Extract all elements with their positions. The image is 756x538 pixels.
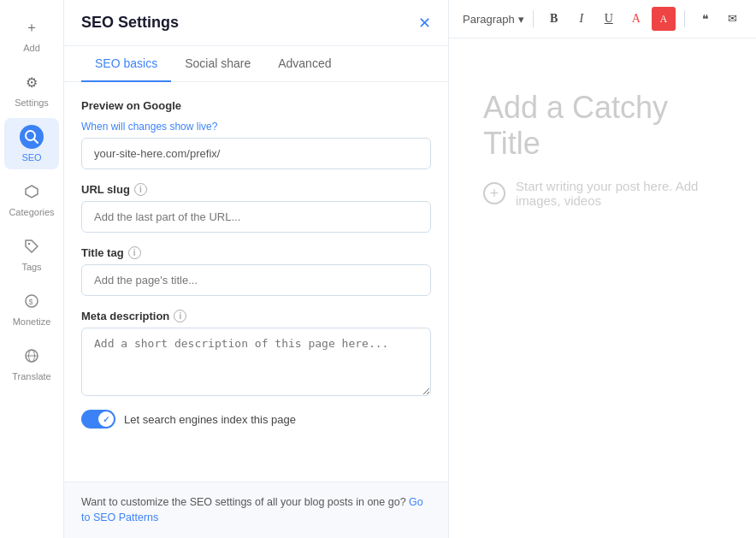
svg-line-1 xyxy=(34,139,38,144)
toggle-knob: ✓ xyxy=(98,411,114,427)
meta-description-field: Meta description i xyxy=(81,310,431,396)
url-slug-info-icon[interactable]: i xyxy=(134,183,147,196)
tab-advanced[interactable]: Advanced xyxy=(264,46,345,82)
sidebar-item-tags[interactable]: Tags xyxy=(4,228,59,279)
sidebar-item-add[interactable]: ＋ Add xyxy=(4,9,59,60)
sidebar-item-monetize[interactable]: $ Monetize xyxy=(4,282,59,334)
sidebar-item-categories-label: Categories xyxy=(9,207,54,217)
underline-button[interactable]: U xyxy=(597,7,621,31)
title-tag-label: Title tag i xyxy=(81,246,431,259)
text-highlight-button[interactable]: A xyxy=(652,7,676,31)
sidebar: ＋ Add ⚙ Settings SEO Categories Tag xyxy=(0,0,64,538)
bold-button[interactable]: B xyxy=(542,7,566,31)
svg-point-3 xyxy=(28,243,30,245)
link-button[interactable]: ✉ xyxy=(721,7,745,31)
panel-footer: Want to customize the SEO settings of al… xyxy=(64,482,448,539)
sidebar-item-categories[interactable]: Categories xyxy=(4,173,59,224)
translate-icon xyxy=(20,344,44,368)
index-toggle-row: ✓ Let search engines index this page xyxy=(81,410,431,429)
tab-seo-basics[interactable]: SEO basics xyxy=(81,46,171,82)
title-tag-input[interactable] xyxy=(81,264,431,296)
tabs-container: SEO basics Social share Advanced xyxy=(64,46,448,82)
settings-icon: ⚙ xyxy=(20,70,44,94)
text-color-button[interactable]: A xyxy=(624,7,648,31)
meta-description-input[interactable] xyxy=(81,328,431,396)
preview-section: Preview on Google When will changes show… xyxy=(81,99,431,169)
url-preview-box: your-site-here.com/prefix/ xyxy=(81,138,431,169)
sidebar-item-seo[interactable]: SEO xyxy=(4,118,59,169)
url-slug-input[interactable] xyxy=(81,201,431,233)
svg-marker-2 xyxy=(26,186,38,198)
quote-button[interactable]: ❝ xyxy=(694,7,718,31)
editor-content-row: + Start writing your post here. Add imag… xyxy=(483,179,724,208)
seo-panel: SEO Settings ✕ SEO basics Social share A… xyxy=(64,0,449,538)
sidebar-item-seo-label: SEO xyxy=(21,152,41,163)
title-tag-field: Title tag i xyxy=(81,246,431,296)
sidebar-item-settings[interactable]: ⚙ Settings xyxy=(4,63,59,115)
meta-description-label: Meta description i xyxy=(81,310,431,322)
editor-add-icon[interactable]: + xyxy=(483,182,505,204)
editor-content-placeholder[interactable]: Start writing your post here. Add images… xyxy=(516,179,724,208)
editor-body: Add a Catchy Title + Start writing your … xyxy=(449,38,756,538)
panel-title: SEO Settings xyxy=(81,14,179,32)
sidebar-item-settings-label: Settings xyxy=(15,98,49,108)
url-slug-label: URL slug i xyxy=(81,183,431,196)
editor-area: Paragraph ▾ B I U A A ❝ ✉ Add a Catchy T… xyxy=(449,0,756,538)
monetize-icon: $ xyxy=(20,289,44,313)
preview-sublabel[interactable]: When will changes show live? xyxy=(81,121,431,133)
panel-header: SEO Settings ✕ xyxy=(64,0,448,46)
editor-title-placeholder[interactable]: Add a Catchy Title xyxy=(483,90,724,162)
tags-icon xyxy=(20,234,44,258)
toggle-check-icon: ✓ xyxy=(103,415,109,424)
sidebar-item-monetize-label: Monetize xyxy=(13,316,51,327)
panel-content: Preview on Google When will changes show… xyxy=(64,82,448,482)
preview-label: Preview on Google xyxy=(81,99,431,112)
sidebar-item-add-label: Add xyxy=(23,43,40,53)
categories-icon xyxy=(20,180,44,204)
index-toggle[interactable]: ✓ xyxy=(81,410,115,429)
footer-text: Want to customize the SEO settings of al… xyxy=(81,496,406,508)
paragraph-selector[interactable]: Paragraph ▾ xyxy=(463,13,524,26)
paragraph-label: Paragraph xyxy=(463,13,515,26)
svg-text:$: $ xyxy=(29,298,33,306)
italic-button[interactable]: I xyxy=(570,7,594,31)
sidebar-item-translate-label: Translate xyxy=(12,371,50,381)
sidebar-item-translate[interactable]: Translate xyxy=(4,337,59,388)
index-toggle-label: Let search engines index this page xyxy=(124,413,296,426)
toolbar-divider-2 xyxy=(684,10,685,27)
close-button[interactable]: ✕ xyxy=(418,15,431,31)
url-slug-field: URL slug i xyxy=(81,183,431,233)
title-tag-info-icon[interactable]: i xyxy=(128,246,141,259)
editor-toolbar: Paragraph ▾ B I U A A ❝ ✉ xyxy=(449,0,756,38)
toolbar-divider-1 xyxy=(533,10,534,27)
add-icon: ＋ xyxy=(20,15,44,39)
tab-social-share[interactable]: Social share xyxy=(171,46,264,82)
sidebar-item-tags-label: Tags xyxy=(21,262,41,272)
meta-description-info-icon[interactable]: i xyxy=(174,310,186,322)
seo-icon xyxy=(20,125,44,149)
chevron-down-icon: ▾ xyxy=(518,13,524,26)
